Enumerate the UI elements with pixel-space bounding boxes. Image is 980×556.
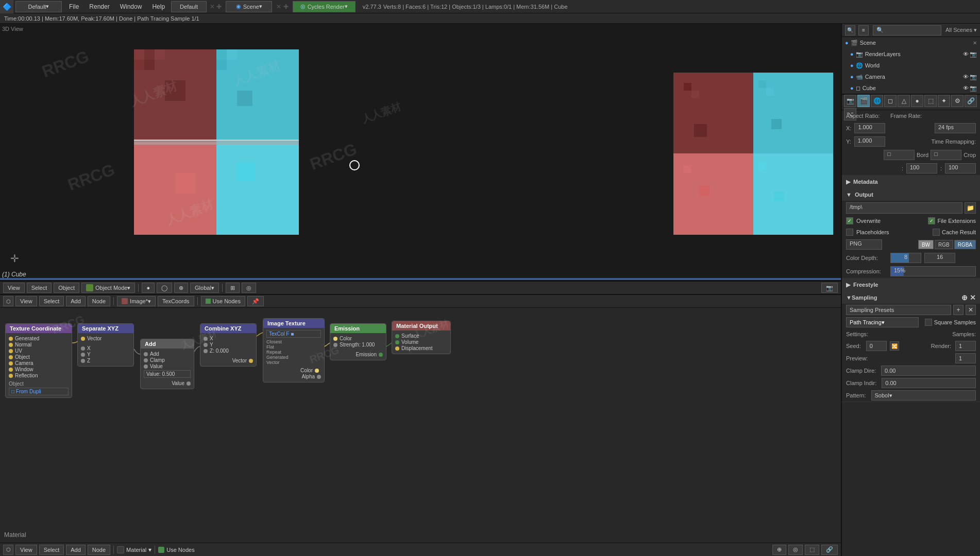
menu-render[interactable]: Render: [84, 0, 114, 13]
bt-icon1[interactable]: ⊕: [772, 545, 786, 555]
search-input[interactable]: 🔍: [873, 25, 941, 36]
bord-check[interactable]: □: [884, 150, 915, 160]
ne-use-nodes[interactable]: Use Nodes: [201, 296, 245, 306]
remap-old[interactable]: 100: [906, 163, 937, 173]
scene-select[interactable]: ◉Scene ▾: [226, 1, 272, 12]
path-tracing-select[interactable]: Path Tracing ▾: [846, 317, 919, 327]
bt-icon3[interactable]: ⬚: [805, 545, 819, 555]
crop-check[interactable]: □: [931, 150, 961, 160]
prop-world-icon[interactable]: 🌐: [871, 95, 883, 107]
node-add[interactable]: Add Add Clamp Value Value: 0.500 Value: [140, 339, 194, 389]
rgb-btn[interactable]: RGB: [935, 240, 953, 249]
prop-scene-icon[interactable]: 🎬: [857, 95, 870, 107]
clamp-indir-field[interactable]: 0.00: [882, 378, 976, 388]
object-mode-btn[interactable]: Object Mode ▾: [81, 283, 135, 293]
path-field[interactable]: /tmp\: [846, 202, 962, 214]
node-canvas[interactable]: RRCG 人人素材 RRCG 人人素材 Texture Coordinate G…: [0, 308, 841, 543]
prop-constraints-icon[interactable]: 🔗: [965, 95, 977, 107]
sampling-header[interactable]: ▼ Sampling ⊕ ✕: [842, 291, 980, 304]
overwrite-check[interactable]: [846, 217, 853, 224]
seed-random-btn[interactable]: 🔀: [890, 341, 899, 351]
metadata-header[interactable]: ▶ Metadata: [842, 176, 980, 188]
proportional-btn[interactable]: ◎: [242, 283, 256, 293]
pattern-select[interactable]: Sobol ▾: [871, 390, 976, 401]
prop-particle-icon[interactable]: ✦: [938, 95, 950, 107]
transform-tools[interactable]: ⊕: [174, 283, 188, 293]
transform-orient[interactable]: Global ▾: [190, 283, 219, 293]
node-material-output[interactable]: Material Output Surface Volume Displacem…: [392, 321, 451, 354]
clamp-dire-field[interactable]: 0.00: [881, 366, 976, 376]
bt-node[interactable]: Node: [88, 545, 110, 555]
bt-select[interactable]: Select: [39, 545, 64, 555]
outliner-scene[interactable]: ● 🎬 Scene ✕: [842, 37, 980, 48]
seed-field[interactable]: 0: [866, 341, 887, 351]
editor-type-select[interactable]: Default ▾: [15, 1, 62, 12]
output-header[interactable]: ▼ Output: [842, 188, 980, 201]
snap-btn[interactable]: ⊞: [226, 283, 240, 293]
view-menu[interactable]: View: [3, 283, 25, 293]
ne-image-name[interactable]: TexCoords: [158, 296, 194, 306]
object-menu[interactable]: Object: [54, 283, 79, 293]
shading-wire[interactable]: ◯: [157, 283, 172, 293]
ne-pin[interactable]: 📌: [247, 296, 264, 306]
placeholders-check[interactable]: [846, 229, 853, 236]
node-image-texture[interactable]: Image Texture TexCol F ■ Closest Flat Re…: [263, 318, 325, 383]
presets-remove-btn[interactable]: ✕: [966, 305, 976, 315]
prop-texture-icon[interactable]: ⬚: [924, 95, 937, 107]
use-nodes-check[interactable]: [158, 547, 164, 553]
presets-add-btn[interactable]: +: [953, 305, 964, 315]
workspace-default[interactable]: Default: [171, 1, 207, 12]
timeline-bar[interactable]: [0, 278, 841, 280]
cache-result-check[interactable]: [933, 229, 940, 236]
square-samples-check[interactable]: [925, 319, 932, 326]
path-browse-btn[interactable]: 📁: [965, 202, 976, 214]
node-combine-xyz[interactable]: Combine XYZ X Y Z: 0.000 Vector: [200, 323, 257, 367]
preview-field[interactable]: 1: [955, 353, 976, 363]
camera-view[interactable]: 📷: [821, 283, 838, 293]
prop-mesh-icon[interactable]: △: [898, 95, 910, 107]
node-editor[interactable]: ⬡ View Select Add Node Image* ▾ TexCoord…: [0, 294, 841, 556]
outliner-camera[interactable]: ● 📹 Camera 👁 📷: [842, 71, 980, 82]
menu-file[interactable]: File: [64, 0, 84, 13]
outliner-world[interactable]: ● 🌐 World: [842, 60, 980, 71]
render-viewport[interactable]: RRCG 人人素材 RRCG 人人素材 人人素材 RRCG 人人素材: [0, 24, 841, 281]
ne-select[interactable]: Select: [39, 296, 64, 306]
ne-material-type[interactable]: Image* ▾: [117, 296, 156, 306]
shading-solid[interactable]: ●: [142, 283, 155, 293]
outliner-cube[interactable]: ● ◻ Cube 👁 📷: [842, 82, 980, 94]
node-texture-coordinate[interactable]: Texture Coordinate Generated Normal UV O…: [5, 323, 72, 398]
bt-icon2[interactable]: ◎: [788, 545, 803, 555]
remap-new[interactable]: 100: [945, 163, 976, 173]
node-emission[interactable]: Emission Color Strength: 1.000 Emission: [330, 323, 386, 360]
outliner-renderlayers[interactable]: ● 📷 RenderLayers 👁 📷: [842, 48, 980, 60]
sampling-expand[interactable]: ⊕ ✕: [961, 293, 976, 302]
prop-physics-icon[interactable]: ⚙: [951, 95, 964, 107]
render-engine-select[interactable]: ◎Cycles Render ▾: [293, 1, 356, 12]
ne-view[interactable]: View: [15, 296, 37, 306]
y-field[interactable]: 1.000: [854, 136, 885, 147]
color-depth-16-btn[interactable]: 16: [924, 253, 955, 263]
x-field[interactable]: 1.000: [854, 123, 885, 133]
node-separate-xyz[interactable]: Separate XYZ Vector X Y Z: [77, 323, 134, 367]
sampling-presets-field[interactable]: Sampling Presets: [846, 305, 951, 315]
compression-field[interactable]: 15%: [890, 266, 976, 276]
freestyle-header[interactable]: ▶ Freestyle: [842, 279, 980, 291]
menu-help[interactable]: Help: [147, 0, 170, 13]
prop-object-icon[interactable]: ◻: [884, 95, 897, 107]
select-menu[interactable]: Select: [27, 283, 52, 293]
outliner-icon-btn[interactable]: 🔍: [845, 25, 855, 36]
rgba-btn[interactable]: RGBA: [954, 240, 976, 249]
ne-add[interactable]: Add: [66, 296, 86, 306]
menu-window[interactable]: Window: [115, 0, 147, 13]
node-editor-icon[interactable]: ⬡: [3, 296, 13, 306]
bt-add[interactable]: Add: [66, 545, 86, 555]
bt-view[interactable]: View: [15, 545, 37, 555]
ne-node[interactable]: Node: [88, 296, 110, 306]
prop-render-icon[interactable]: 📷: [844, 95, 856, 107]
prop-material-icon[interactable]: ●: [911, 95, 923, 107]
bw-btn[interactable]: BW: [918, 240, 934, 249]
node-icon-bottom[interactable]: ⬡: [3, 545, 13, 555]
framerate-field[interactable]: 24 fps: [935, 123, 976, 133]
format-select[interactable]: PNG: [846, 239, 882, 250]
color-depth-8-btn[interactable]: 8: [890, 253, 921, 263]
